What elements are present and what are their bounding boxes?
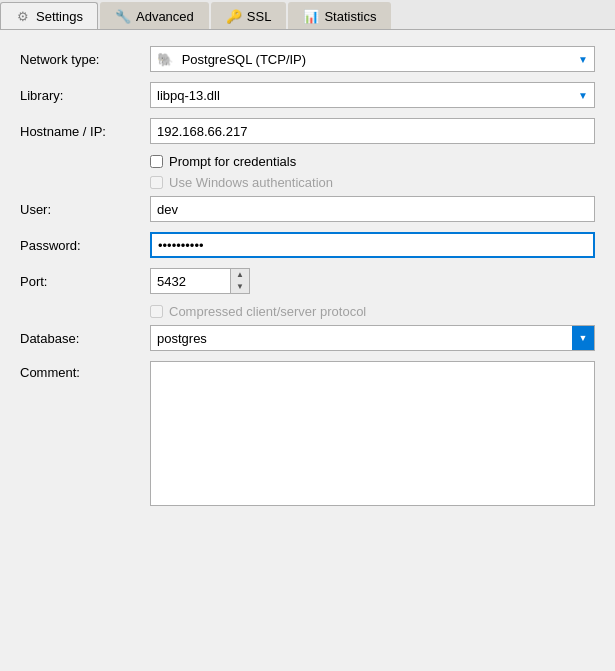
database-arrow-icon: ▼ [572, 326, 594, 350]
windows-auth-checkbox[interactable] [150, 176, 163, 189]
library-arrow-icon: ▼ [578, 90, 588, 101]
port-increment-button[interactable]: ▲ [231, 269, 249, 281]
comment-control [150, 361, 595, 506]
comment-textarea[interactable] [150, 361, 595, 506]
tab-ssl-label: SSL [247, 9, 272, 24]
library-label: Library: [20, 88, 150, 103]
prompt-credentials-row: Prompt for credentials [150, 154, 595, 169]
port-label: Port: [20, 274, 150, 289]
db-icon: 🐘 [157, 52, 173, 67]
user-label: User: [20, 202, 150, 217]
hostname-row: Hostname / IP: [20, 118, 595, 144]
windows-auth-label: Use Windows authentication [169, 175, 333, 190]
password-label: Password: [20, 238, 150, 253]
library-dropdown[interactable]: libpq-13.dll ▼ [150, 82, 595, 108]
database-row: Database: postgres ▼ [20, 325, 595, 351]
prompt-credentials-checkbox[interactable] [150, 155, 163, 168]
port-control: ▲ ▼ [150, 268, 595, 294]
tab-settings-label: Settings [36, 9, 83, 24]
network-type-label: Network type: [20, 52, 150, 67]
hostname-control [150, 118, 595, 144]
tab-settings[interactable]: ⚙ Settings [0, 2, 98, 29]
library-row: Library: libpq-13.dll ▼ [20, 82, 595, 108]
tab-statistics[interactable]: 📊 Statistics [288, 2, 391, 29]
port-spinner-buttons: ▲ ▼ [230, 268, 250, 294]
hostname-label: Hostname / IP: [20, 124, 150, 139]
tab-ssl[interactable]: 🔑 SSL [211, 2, 287, 29]
database-dropdown[interactable]: postgres ▼ [150, 325, 595, 351]
comment-row: Comment: [20, 361, 595, 506]
network-type-row: Network type: 🐘 PostgreSQL (TCP/IP) ▼ [20, 46, 595, 72]
compressed-protocol-label: Compressed client/server protocol [169, 304, 366, 319]
port-spinner: ▲ ▼ [150, 268, 250, 294]
tab-advanced-label: Advanced [136, 9, 194, 24]
wrench-icon: 🔧 [115, 8, 131, 24]
library-control: libpq-13.dll ▼ [150, 82, 595, 108]
network-type-arrow-icon: ▼ [578, 54, 588, 65]
password-input[interactable] [150, 232, 595, 258]
network-type-dropdown[interactable]: 🐘 PostgreSQL (TCP/IP) ▼ [150, 46, 595, 72]
key-icon: 🔑 [226, 8, 242, 24]
port-input[interactable] [150, 268, 230, 294]
comment-label: Comment: [20, 365, 150, 380]
barchart-icon: 📊 [303, 8, 319, 24]
settings-content: Network type: 🐘 PostgreSQL (TCP/IP) ▼ Li… [0, 30, 615, 668]
compressed-protocol-row: Compressed client/server protocol [150, 304, 595, 319]
port-row: Port: ▲ ▼ [20, 268, 595, 294]
database-value: postgres [151, 329, 572, 348]
database-label: Database: [20, 331, 150, 346]
tab-statistics-label: Statistics [324, 9, 376, 24]
port-decrement-button[interactable]: ▼ [231, 281, 249, 293]
hostname-input[interactable] [150, 118, 595, 144]
tab-bar: ⚙ Settings 🔧 Advanced 🔑 SSL 📊 Statistics [0, 0, 615, 30]
database-control: postgres ▼ [150, 325, 595, 351]
network-type-value: 🐘 PostgreSQL (TCP/IP) [157, 52, 306, 67]
password-row: Password: [20, 232, 595, 258]
compressed-protocol-checkbox[interactable] [150, 305, 163, 318]
user-row: User: [20, 196, 595, 222]
password-control [150, 232, 595, 258]
network-type-control: 🐘 PostgreSQL (TCP/IP) ▼ [150, 46, 595, 72]
user-control [150, 196, 595, 222]
gear-icon: ⚙ [15, 8, 31, 24]
prompt-credentials-label: Prompt for credentials [169, 154, 296, 169]
user-input[interactable] [150, 196, 595, 222]
tab-advanced[interactable]: 🔧 Advanced [100, 2, 209, 29]
windows-auth-row: Use Windows authentication [150, 175, 595, 190]
library-value: libpq-13.dll [157, 88, 220, 103]
